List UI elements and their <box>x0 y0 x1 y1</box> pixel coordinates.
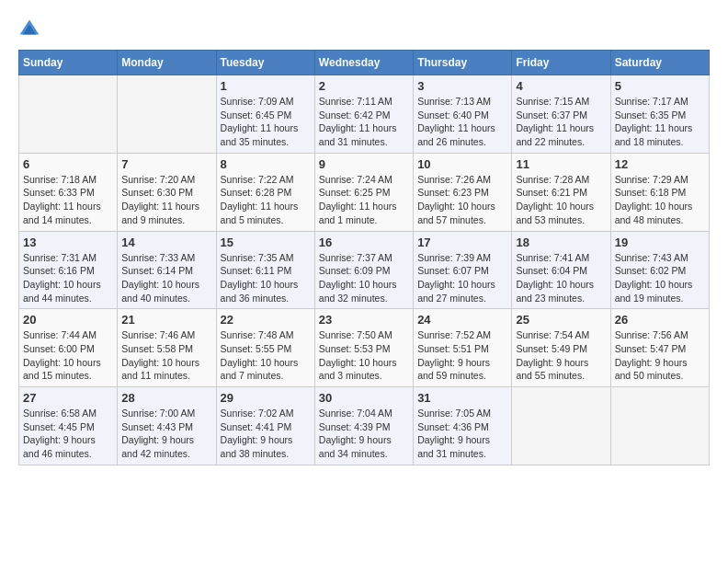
day-number: 29 <box>221 391 311 405</box>
day-number: 18 <box>516 236 606 249</box>
day-sun-info: Sunrise: 7:17 AMSunset: 6:35 PMDaylight:… <box>615 95 705 149</box>
calendar-day-cell: 21Sunrise: 7:46 AMSunset: 5:58 PMDayligh… <box>118 309 216 387</box>
day-sun-info: Sunrise: 7:00 AMSunset: 4:43 PMDaylight:… <box>121 407 211 461</box>
day-of-week-header: Wednesday <box>314 51 413 75</box>
day-sun-info: Sunrise: 7:29 AMSunset: 6:18 PMDaylight:… <box>615 173 705 227</box>
day-sun-info: Sunrise: 7:46 AMSunset: 5:58 PMDaylight:… <box>121 328 211 383</box>
day-number: 27 <box>23 391 113 405</box>
calendar-day-cell <box>118 75 216 154</box>
day-sun-info: Sunrise: 7:31 AMSunset: 6:16 PMDaylight:… <box>23 251 113 305</box>
day-sun-info: Sunrise: 6:58 AMSunset: 4:45 PMDaylight:… <box>23 407 113 461</box>
calendar-day-cell: 17Sunrise: 7:39 AMSunset: 6:07 PMDayligh… <box>414 231 512 309</box>
calendar-week-row: 27Sunrise: 6:58 AMSunset: 4:45 PMDayligh… <box>19 387 710 465</box>
day-sun-info: Sunrise: 7:28 AMSunset: 6:21 PMDaylight:… <box>516 173 606 227</box>
day-sun-info: Sunrise: 7:35 AMSunset: 6:11 PMDaylight:… <box>221 251 311 305</box>
calendar-week-row: 6Sunrise: 7:18 AMSunset: 6:33 PMDaylight… <box>19 153 710 231</box>
day-sun-info: Sunrise: 7:20 AMSunset: 6:30 PMDaylight:… <box>121 173 211 227</box>
calendar-day-cell: 13Sunrise: 7:31 AMSunset: 6:16 PMDayligh… <box>19 231 118 309</box>
day-number: 24 <box>417 313 507 327</box>
day-sun-info: Sunrise: 7:50 AMSunset: 5:53 PMDaylight:… <box>319 328 409 383</box>
day-number: 5 <box>615 79 705 93</box>
calendar-day-cell: 26Sunrise: 7:56 AMSunset: 5:47 PMDayligh… <box>610 309 709 387</box>
calendar-day-cell <box>610 387 709 465</box>
day-number: 2 <box>319 79 409 93</box>
calendar-day-cell: 3Sunrise: 7:13 AMSunset: 6:40 PMDaylight… <box>414 75 512 154</box>
calendar-day-cell: 16Sunrise: 7:37 AMSunset: 6:09 PMDayligh… <box>314 231 413 309</box>
day-sun-info: Sunrise: 7:33 AMSunset: 6:14 PMDaylight:… <box>121 251 211 305</box>
day-number: 13 <box>23 236 113 249</box>
day-sun-info: Sunrise: 7:48 AMSunset: 5:55 PMDaylight:… <box>221 328 311 383</box>
calendar-day-cell: 11Sunrise: 7:28 AMSunset: 6:21 PMDayligh… <box>512 153 610 231</box>
day-sun-info: Sunrise: 7:54 AMSunset: 5:49 PMDaylight:… <box>516 328 606 383</box>
day-sun-info: Sunrise: 7:04 AMSunset: 4:39 PMDaylight:… <box>319 407 409 461</box>
day-sun-info: Sunrise: 7:05 AMSunset: 4:36 PMDaylight:… <box>417 407 507 461</box>
day-number: 16 <box>319 236 409 249</box>
day-number: 12 <box>615 157 705 171</box>
calendar-day-cell: 9Sunrise: 7:24 AMSunset: 6:25 PMDaylight… <box>314 153 413 231</box>
day-number: 8 <box>221 157 311 171</box>
calendar-day-cell: 5Sunrise: 7:17 AMSunset: 6:35 PMDaylight… <box>610 75 709 154</box>
day-of-week-header: Tuesday <box>216 51 314 75</box>
calendar-week-row: 1Sunrise: 7:09 AMSunset: 6:45 PMDaylight… <box>19 75 710 154</box>
calendar-day-cell: 18Sunrise: 7:41 AMSunset: 6:04 PMDayligh… <box>512 231 610 309</box>
day-number: 7 <box>121 157 211 171</box>
day-number: 3 <box>417 79 507 93</box>
calendar-table: SundayMondayTuesdayWednesdayThursdayFrid… <box>18 50 710 465</box>
day-number: 14 <box>121 236 211 249</box>
calendar-day-cell: 14Sunrise: 7:33 AMSunset: 6:14 PMDayligh… <box>118 231 216 309</box>
calendar-day-cell <box>19 75 118 154</box>
day-number: 11 <box>516 157 606 171</box>
day-number: 4 <box>516 79 606 93</box>
calendar-day-cell: 20Sunrise: 7:44 AMSunset: 6:00 PMDayligh… <box>19 309 118 387</box>
day-sun-info: Sunrise: 7:44 AMSunset: 6:00 PMDaylight:… <box>23 328 113 383</box>
day-sun-info: Sunrise: 7:18 AMSunset: 6:33 PMDaylight:… <box>23 173 113 227</box>
calendar-day-cell: 28Sunrise: 7:00 AMSunset: 4:43 PMDayligh… <box>118 387 216 465</box>
day-number: 9 <box>319 157 409 171</box>
day-sun-info: Sunrise: 7:56 AMSunset: 5:47 PMDaylight:… <box>615 328 705 383</box>
day-of-week-header: Thursday <box>414 51 512 75</box>
day-of-week-header: Friday <box>512 51 610 75</box>
day-sun-info: Sunrise: 7:11 AMSunset: 6:42 PMDaylight:… <box>319 95 409 149</box>
day-sun-info: Sunrise: 7:41 AMSunset: 6:04 PMDaylight:… <box>516 251 606 305</box>
day-number: 23 <box>319 313 409 327</box>
day-sun-info: Sunrise: 7:09 AMSunset: 6:45 PMDaylight:… <box>221 95 311 149</box>
day-sun-info: Sunrise: 7:02 AMSunset: 4:41 PMDaylight:… <box>221 407 311 461</box>
day-number: 26 <box>615 313 705 327</box>
day-sun-info: Sunrise: 7:43 AMSunset: 6:02 PMDaylight:… <box>615 251 705 305</box>
day-number: 19 <box>615 236 705 249</box>
calendar-day-cell: 31Sunrise: 7:05 AMSunset: 4:36 PMDayligh… <box>414 387 512 465</box>
calendar-day-cell: 12Sunrise: 7:29 AMSunset: 6:18 PMDayligh… <box>610 153 709 231</box>
calendar-day-cell: 2Sunrise: 7:11 AMSunset: 6:42 PMDaylight… <box>314 75 413 154</box>
day-number: 31 <box>417 391 507 405</box>
calendar-day-cell: 6Sunrise: 7:18 AMSunset: 6:33 PMDaylight… <box>19 153 118 231</box>
calendar-day-cell: 1Sunrise: 7:09 AMSunset: 6:45 PMDaylight… <box>216 75 314 154</box>
day-number: 1 <box>221 79 311 93</box>
calendar-header-row: SundayMondayTuesdayWednesdayThursdayFrid… <box>19 51 710 75</box>
calendar-day-cell: 7Sunrise: 7:20 AMSunset: 6:30 PMDaylight… <box>118 153 216 231</box>
day-sun-info: Sunrise: 7:39 AMSunset: 6:07 PMDaylight:… <box>417 251 507 305</box>
calendar-day-cell: 29Sunrise: 7:02 AMSunset: 4:41 PMDayligh… <box>216 387 314 465</box>
day-number: 30 <box>319 391 409 405</box>
day-sun-info: Sunrise: 7:24 AMSunset: 6:25 PMDaylight:… <box>319 173 409 227</box>
day-of-week-header: Monday <box>118 51 216 75</box>
day-sun-info: Sunrise: 7:52 AMSunset: 5:51 PMDaylight:… <box>417 328 507 383</box>
day-number: 15 <box>221 236 311 249</box>
page-header <box>18 18 710 40</box>
day-sun-info: Sunrise: 7:22 AMSunset: 6:28 PMDaylight:… <box>221 173 311 227</box>
calendar-day-cell: 15Sunrise: 7:35 AMSunset: 6:11 PMDayligh… <box>216 231 314 309</box>
day-sun-info: Sunrise: 7:26 AMSunset: 6:23 PMDaylight:… <box>417 173 507 227</box>
calendar-day-cell: 22Sunrise: 7:48 AMSunset: 5:55 PMDayligh… <box>216 309 314 387</box>
calendar-day-cell <box>512 387 610 465</box>
day-sun-info: Sunrise: 7:37 AMSunset: 6:09 PMDaylight:… <box>319 251 409 305</box>
calendar-day-cell: 8Sunrise: 7:22 AMSunset: 6:28 PMDaylight… <box>216 153 314 231</box>
calendar-day-cell: 23Sunrise: 7:50 AMSunset: 5:53 PMDayligh… <box>314 309 413 387</box>
day-of-week-header: Sunday <box>19 51 118 75</box>
day-number: 21 <box>121 313 211 327</box>
calendar-day-cell: 30Sunrise: 7:04 AMSunset: 4:39 PMDayligh… <box>314 387 413 465</box>
day-number: 22 <box>221 313 311 327</box>
calendar-day-cell: 19Sunrise: 7:43 AMSunset: 6:02 PMDayligh… <box>610 231 709 309</box>
day-sun-info: Sunrise: 7:13 AMSunset: 6:40 PMDaylight:… <box>417 95 507 149</box>
day-number: 6 <box>23 157 113 171</box>
day-number: 17 <box>417 236 507 249</box>
day-number: 25 <box>516 313 606 327</box>
